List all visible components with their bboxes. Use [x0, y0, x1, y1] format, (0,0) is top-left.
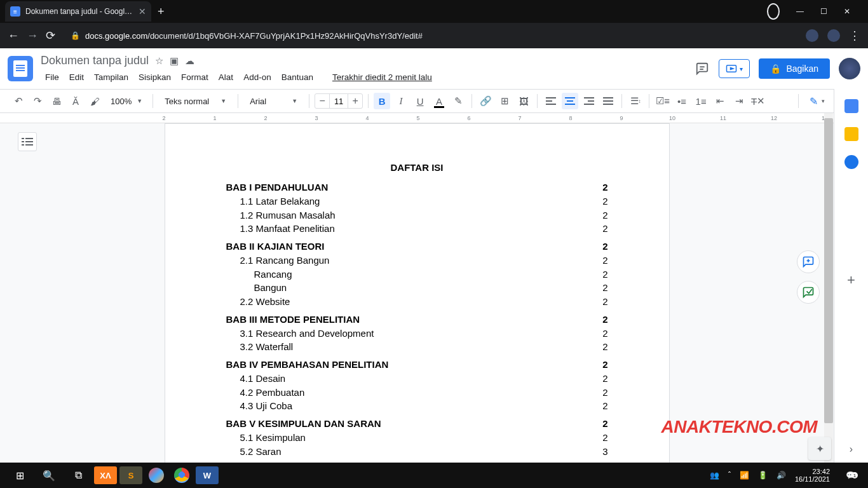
toc-entry[interactable]: BAB III METODE PENELITIAN2 — [226, 313, 608, 327]
insert-link-button[interactable]: 🔗 — [477, 93, 494, 109]
maximize-button[interactable]: ☐ — [815, 4, 832, 18]
forward-button[interactable]: → — [27, 29, 38, 43]
toc-entry[interactable]: BAB I PENDAHULUAN2 — [226, 180, 608, 194]
battery-icon[interactable]: 🔋 — [758, 471, 768, 480]
user-avatar[interactable] — [839, 58, 860, 79]
align-right-button[interactable] — [581, 93, 597, 109]
vertical-scrollbar[interactable] — [824, 113, 833, 463]
align-left-button[interactable] — [543, 93, 559, 109]
toc-entry[interactable]: 1.1 Latar Belakang2 — [226, 194, 608, 208]
wifi-icon[interactable]: 📶 — [740, 471, 749, 480]
numbered-list-button[interactable]: 1≡ — [693, 93, 709, 109]
close-window-button[interactable]: ✕ — [839, 4, 855, 18]
menu-sisipkan[interactable]: Sisipkan — [134, 71, 175, 84]
move-icon[interactable]: ▣ — [170, 55, 179, 67]
menu-tampilan[interactable]: Tampilan — [90, 71, 133, 84]
people-icon[interactable]: 👥 — [710, 471, 719, 480]
decrease-indent-button[interactable]: ⇤ — [712, 93, 728, 109]
toc-entry[interactable]: BAB V KESIMPULAN DAN SARAN2 — [226, 417, 608, 431]
toc-entry[interactable]: 5.1 Kesimpulan2 — [226, 431, 608, 445]
minimize-button[interactable]: — — [791, 4, 809, 18]
taskbar-app-word[interactable]: W — [196, 466, 219, 484]
align-justify-button[interactable] — [600, 93, 616, 109]
toc-entry[interactable]: 4.1 Desain2 — [226, 372, 608, 386]
taskbar-app-paint[interactable] — [145, 466, 168, 484]
browser-menu-icon[interactable]: ⋮ — [849, 29, 860, 43]
toc-entry[interactable]: 3.1 Research and Development2 — [226, 327, 608, 341]
zoom-selector[interactable]: 100%▼ — [105, 97, 147, 106]
increase-indent-button[interactable]: ⇥ — [731, 93, 747, 109]
toc-entry[interactable]: 1.2 Rumusan Masalah2 — [226, 208, 608, 222]
horizontal-ruler[interactable]: 2123456789101112131415161718 — [0, 113, 834, 123]
menu-file[interactable]: File — [41, 71, 64, 84]
browser-tab-active[interactable]: ≡ Dokumen tanpa judul - Google D ✕ — [5, 1, 151, 22]
start-button[interactable]: ⊞ — [6, 465, 33, 485]
add-addon-button[interactable]: + — [847, 272, 855, 288]
comments-history-icon[interactable] — [695, 61, 710, 76]
task-view-button[interactable]: ⧉ — [65, 465, 92, 485]
align-center-button[interactable] — [562, 93, 578, 109]
document-page[interactable]: DAFTAR ISI BAB I PENDAHULUAN21.1 Latar B… — [165, 123, 670, 463]
taskbar-app-chrome[interactable] — [170, 466, 193, 484]
calendar-icon[interactable] — [844, 99, 858, 113]
toc-entry[interactable]: Bangun2 — [226, 281, 608, 295]
last-edit-link[interactable]: Terakhir diedit 2 menit lalu — [328, 71, 437, 84]
underline-button[interactable]: U — [412, 93, 428, 109]
new-tab-button[interactable]: + — [158, 5, 165, 18]
star-icon[interactable]: ☆ — [155, 55, 163, 67]
menu-edit[interactable]: Edit — [65, 71, 88, 84]
paint-format-button[interactable]: 🖌 — [86, 93, 103, 109]
decrease-font-button[interactable]: − — [315, 95, 329, 107]
undo-button[interactable]: ↶ — [10, 93, 27, 109]
address-bar[interactable]: 🔒 docs.google.com/document/d/1bq6VbGH-XA… — [63, 26, 798, 45]
menu-format[interactable]: Format — [177, 71, 213, 84]
menu-add-on[interactable]: Add-on — [239, 71, 276, 84]
volume-icon[interactable]: 🔊 — [776, 471, 786, 480]
docs-logo-icon[interactable] — [8, 56, 33, 81]
account-circle-icon[interactable] — [762, 4, 785, 18]
keep-icon[interactable] — [844, 127, 858, 141]
notifications-button[interactable]: 💬 — [839, 471, 862, 480]
paragraph-style-selector[interactable]: Teks normal▼ — [158, 97, 233, 106]
search-button[interactable]: 🔍 — [36, 465, 62, 485]
suggest-edit-side-button[interactable] — [797, 281, 820, 304]
toc-entry[interactable]: 4.2 Pembuatan2 — [226, 386, 608, 400]
taskbar-app-xampp[interactable]: ΧΛ — [94, 466, 117, 484]
reload-button[interactable]: ⟳ — [46, 29, 55, 43]
cloud-saved-icon[interactable]: ☁ — [185, 55, 194, 67]
insert-image-button[interactable]: 🖼 — [515, 93, 532, 109]
hide-panel-button[interactable]: › — [850, 444, 853, 455]
editing-mode-selector[interactable]: ✎ ▾ — [804, 92, 831, 111]
document-title[interactable]: Dokumen tanpa judul — [41, 54, 149, 67]
checklist-button[interactable]: ☑≡ — [654, 93, 671, 109]
system-clock[interactable]: 23:42 16/11/2021 — [795, 468, 830, 483]
spellcheck-button[interactable]: Ă — [67, 93, 84, 109]
font-size-input[interactable]: 11 — [329, 94, 348, 108]
taskbar-app-sublime[interactable]: S — [119, 466, 142, 484]
close-tab-icon[interactable]: ✕ — [139, 6, 146, 17]
menu-bantuan[interactable]: Bantuan — [277, 71, 318, 84]
explore-button[interactable]: ✦ — [808, 437, 831, 460]
redo-button[interactable]: ↷ — [29, 93, 46, 109]
menu-alat[interactable]: Alat — [214, 71, 238, 84]
tray-expand-icon[interactable]: ˆ — [728, 471, 731, 480]
toc-entry[interactable]: 1.3 Manfaat Penelitian2 — [226, 222, 608, 236]
print-button[interactable]: 🖶 — [48, 93, 65, 109]
increase-font-button[interactable]: + — [348, 95, 362, 107]
toc-entry[interactable]: BAB II KAJIAN TEORI2 — [226, 240, 608, 254]
present-button[interactable]: ▾ — [719, 59, 750, 78]
profile-icon[interactable] — [827, 29, 840, 42]
toc-entry[interactable]: 2.1 Rancang Bangun2 — [226, 254, 608, 268]
highlight-button[interactable]: ✎ — [450, 93, 466, 109]
line-spacing-button[interactable]: ☰↕ — [627, 93, 644, 109]
scrollbar-thumb[interactable] — [824, 118, 833, 423]
tasks-icon[interactable] — [844, 155, 858, 169]
bulleted-list-button[interactable]: •≡ — [674, 93, 690, 109]
add-comment-button[interactable]: ⊞ — [496, 93, 513, 109]
italic-button[interactable]: I — [393, 93, 409, 109]
share-button[interactable]: 🔒 Bagikan — [759, 58, 830, 79]
toc-entry[interactable]: 4.3 Uji Coba2 — [226, 399, 608, 413]
toc-entry[interactable]: 5.2 Saran3 — [226, 445, 608, 459]
toc-entry[interactable]: BAB IV PEMBAHASAN PENELITIAN2 — [226, 358, 608, 372]
extension-icon[interactable] — [806, 29, 818, 42]
